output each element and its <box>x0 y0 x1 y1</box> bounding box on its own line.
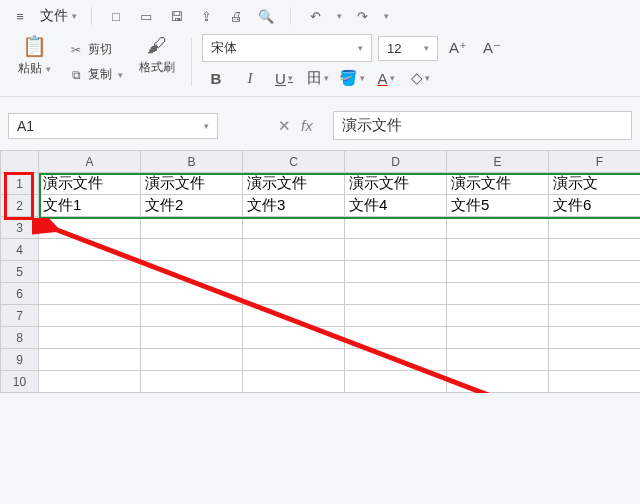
cell[interactable] <box>345 217 447 239</box>
cell[interactable] <box>345 305 447 327</box>
cell[interactable] <box>39 217 141 239</box>
cell[interactable] <box>39 349 141 371</box>
font-name-select[interactable]: 宋体 ▾ <box>202 34 372 62</box>
cell[interactable] <box>243 283 345 305</box>
open-icon[interactable]: ▭ <box>136 6 156 26</box>
cell[interactable] <box>345 327 447 349</box>
row-header[interactable]: 8 <box>1 327 39 349</box>
cell[interactable] <box>549 283 641 305</box>
phonetic-guide-button[interactable]: ◇▾ <box>406 66 434 90</box>
fill-color-button[interactable]: 🪣▾ <box>338 66 366 90</box>
col-header[interactable]: A <box>39 151 141 173</box>
cell[interactable] <box>345 371 447 393</box>
row-header[interactable]: 6 <box>1 283 39 305</box>
row-header[interactable]: 10 <box>1 371 39 393</box>
cell[interactable] <box>447 217 549 239</box>
cell[interactable] <box>447 305 549 327</box>
cell[interactable] <box>447 261 549 283</box>
format-painter-button[interactable]: 🖌 格式刷 <box>133 34 181 90</box>
shrink-font-button[interactable]: A⁻ <box>478 36 506 60</box>
cell[interactable] <box>345 261 447 283</box>
cell[interactable] <box>447 327 549 349</box>
col-header[interactable]: C <box>243 151 345 173</box>
file-menu[interactable]: 文件 ▾ <box>40 7 77 25</box>
col-header[interactable]: B <box>141 151 243 173</box>
cell[interactable] <box>549 261 641 283</box>
cell[interactable] <box>141 349 243 371</box>
cell[interactable] <box>549 305 641 327</box>
cell[interactable]: 文件1 <box>39 195 141 217</box>
name-box[interactable]: A1 ▾ <box>8 113 218 139</box>
row-header[interactable]: 4 <box>1 239 39 261</box>
print-icon[interactable]: 🖨 <box>226 6 246 26</box>
new-doc-icon[interactable]: □ <box>106 6 126 26</box>
cell[interactable] <box>243 261 345 283</box>
col-header[interactable]: E <box>447 151 549 173</box>
cell[interactable] <box>39 261 141 283</box>
save-icon[interactable]: 🖫 <box>166 6 186 26</box>
row-header[interactable]: 7 <box>1 305 39 327</box>
cell[interactable] <box>447 349 549 371</box>
cell[interactable] <box>345 349 447 371</box>
borders-button[interactable]: 田▾ <box>304 66 332 90</box>
cell[interactable] <box>141 305 243 327</box>
col-header[interactable]: D <box>345 151 447 173</box>
cell[interactable]: 演示文件 <box>447 173 549 195</box>
col-header[interactable]: F <box>549 151 641 173</box>
cell[interactable]: 文件2 <box>141 195 243 217</box>
cell[interactable] <box>243 371 345 393</box>
font-color-button[interactable]: A▾ <box>372 66 400 90</box>
cell[interactable] <box>39 283 141 305</box>
cell[interactable] <box>243 327 345 349</box>
row-header[interactable]: 1 <box>1 173 39 195</box>
cell[interactable] <box>549 239 641 261</box>
row-header[interactable]: 5 <box>1 261 39 283</box>
row-header[interactable]: 2 <box>1 195 39 217</box>
cell[interactable] <box>141 261 243 283</box>
cell[interactable]: 文件3 <box>243 195 345 217</box>
cell[interactable] <box>447 371 549 393</box>
grid[interactable]: A B C D E F 1 演示文件 演示文件 演示文件 演示文件 演示文件 演… <box>0 150 640 393</box>
fx-icon[interactable]: fx <box>301 117 313 134</box>
cell[interactable] <box>549 217 641 239</box>
cell[interactable] <box>243 217 345 239</box>
cell[interactable]: 演示文件 <box>345 173 447 195</box>
cell[interactable]: 文件5 <box>447 195 549 217</box>
cell[interactable] <box>141 327 243 349</box>
cell[interactable]: 演示文件 <box>243 173 345 195</box>
formula-input[interactable]: 演示文件 <box>333 111 632 140</box>
cell[interactable] <box>447 239 549 261</box>
cell[interactable]: 演示文件 <box>39 173 141 195</box>
row-header[interactable]: 3 <box>1 217 39 239</box>
cell[interactable] <box>141 217 243 239</box>
font-size-select[interactable]: 12 ▾ <box>378 36 438 61</box>
cell[interactable] <box>243 239 345 261</box>
paste-button[interactable]: 📋 粘贴 ▾ <box>10 34 58 90</box>
cell[interactable] <box>345 239 447 261</box>
cell[interactable] <box>243 349 345 371</box>
cell[interactable]: 演示文 <box>549 173 641 195</box>
menu-icon[interactable]: ≡ <box>10 6 30 26</box>
italic-button[interactable]: I <box>236 66 264 90</box>
cell[interactable]: 文件6 <box>549 195 641 217</box>
cell[interactable] <box>39 371 141 393</box>
underline-button[interactable]: U▾ <box>270 66 298 90</box>
select-all-corner[interactable] <box>1 151 39 173</box>
cell[interactable] <box>39 305 141 327</box>
cell[interactable] <box>39 239 141 261</box>
bold-button[interactable]: B <box>202 66 230 90</box>
preview-icon[interactable]: 🔍 <box>256 6 276 26</box>
undo-icon[interactable]: ↶ <box>305 6 325 26</box>
cell[interactable] <box>549 327 641 349</box>
export-icon[interactable]: ⇪ <box>196 6 216 26</box>
copy-button[interactable]: ⧉ 复制 ▾ <box>64 64 127 85</box>
cell[interactable] <box>549 349 641 371</box>
cell[interactable] <box>141 239 243 261</box>
cancel-formula-icon[interactable]: ✕ <box>278 117 291 135</box>
row-header[interactable]: 9 <box>1 349 39 371</box>
grow-font-button[interactable]: A⁺ <box>444 36 472 60</box>
cell[interactable]: 演示文件 <box>141 173 243 195</box>
cell[interactable] <box>243 305 345 327</box>
cell[interactable] <box>141 283 243 305</box>
cell[interactable] <box>447 283 549 305</box>
